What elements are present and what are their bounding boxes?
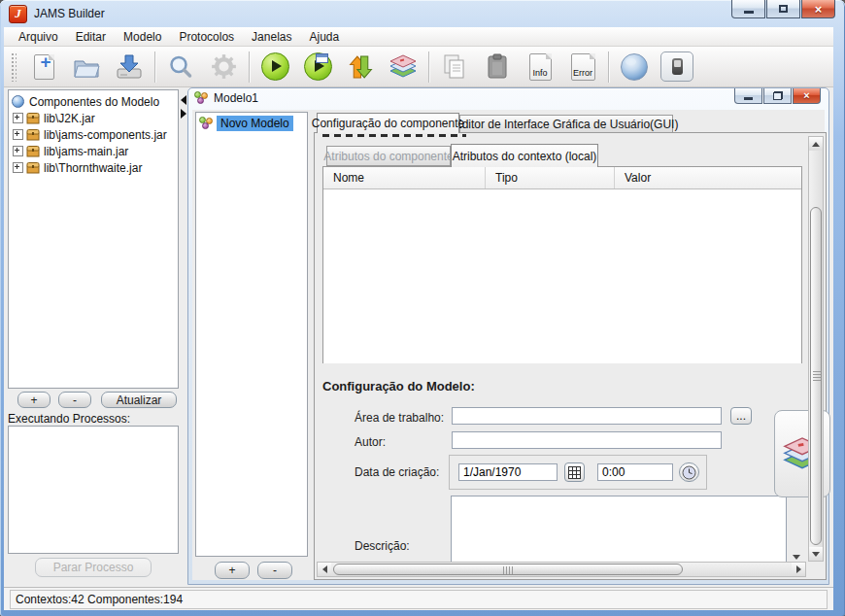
menu-modelo[interactable]: Modelo bbox=[115, 28, 170, 46]
run-model-gui-button[interactable] bbox=[296, 50, 339, 85]
tree-root-row[interactable]: Componentes do Modelo bbox=[9, 93, 178, 110]
author-input[interactable] bbox=[452, 431, 722, 449]
window-controls: × bbox=[731, 0, 835, 18]
model-tree-item[interactable]: Novo Modelo bbox=[196, 115, 307, 132]
date-input[interactable] bbox=[458, 463, 558, 481]
column-valor[interactable]: Valor bbox=[615, 167, 801, 188]
tab-component-config[interactable]: Configuração do componente bbox=[317, 113, 459, 133]
model-window-controls: × bbox=[734, 88, 821, 104]
description-textarea[interactable] bbox=[451, 496, 787, 563]
tree-item-label: lib\jams-components.jar bbox=[44, 128, 167, 142]
model-window-title: Modelo1 bbox=[214, 91, 258, 105]
attribute-table-body[interactable] bbox=[323, 189, 801, 363]
tab-context-attributes[interactable]: Atributos do contexto (local) bbox=[451, 144, 598, 167]
new-model-button[interactable]: + bbox=[22, 50, 65, 85]
tree-item-row[interactable]: lib\jams-components.jar bbox=[9, 126, 178, 143]
component-add-button[interactable]: + bbox=[17, 392, 51, 408]
window-title: JAMS Builder bbox=[34, 7, 105, 20]
web-button[interactable] bbox=[613, 50, 656, 85]
scroll-up-button[interactable] bbox=[809, 137, 823, 151]
menu-janelas[interactable]: Janelas bbox=[243, 28, 300, 46]
model-restore-button[interactable] bbox=[763, 88, 792, 104]
status-text: Contextos:42 Componentes:194 bbox=[16, 593, 183, 606]
browse-button[interactable]: ... bbox=[730, 407, 752, 425]
scroll-down-button[interactable] bbox=[809, 547, 823, 561]
status-bar: Contextos:42 Componentes:194 bbox=[4, 587, 833, 610]
search-icon bbox=[168, 54, 193, 80]
tab-gui-editor[interactable]: Editor de Interface Gráfica de Usuário(G… bbox=[459, 115, 673, 133]
jar-icon bbox=[26, 128, 40, 141]
maximize-icon bbox=[779, 5, 788, 13]
component-remove-button[interactable]: - bbox=[58, 392, 91, 408]
process-list[interactable] bbox=[8, 426, 179, 554]
tree-item-row[interactable]: lib\J2K.jar bbox=[9, 110, 178, 126]
open-model-button[interactable] bbox=[65, 50, 108, 85]
menu-bar: Arquivo Editar Modelo Protocolos Janelas… bbox=[4, 27, 833, 47]
maximize-button[interactable] bbox=[766, 0, 800, 18]
tree-item-row[interactable]: lib\jams-main.jar bbox=[9, 143, 178, 159]
scroll-down-icon[interactable] bbox=[793, 555, 800, 560]
menu-editar[interactable]: Editar bbox=[67, 28, 115, 46]
settings-button[interactable] bbox=[202, 50, 245, 85]
clock-button[interactable] bbox=[679, 462, 699, 482]
refresh-button[interactable]: Atualizar bbox=[101, 392, 177, 408]
expand-icon[interactable] bbox=[13, 113, 23, 123]
title-bar[interactable]: J JAMS Builder bbox=[0, 0, 845, 27]
minimize-button[interactable] bbox=[731, 0, 765, 18]
tree-item-row[interactable]: lib\Thornthwaite.jar bbox=[9, 159, 178, 176]
vertical-scrollbar[interactable] bbox=[808, 136, 824, 562]
restore-icon bbox=[773, 91, 783, 100]
run-gui-icon bbox=[304, 52, 332, 81]
scroll-up-icon bbox=[812, 142, 820, 147]
sphere-icon bbox=[12, 95, 24, 108]
horizontal-scroll-thumb[interactable] bbox=[333, 564, 683, 575]
time-input[interactable] bbox=[597, 463, 673, 481]
search-button[interactable] bbox=[159, 50, 202, 85]
scroll-left-button[interactable] bbox=[318, 563, 331, 576]
run-model-button[interactable] bbox=[254, 50, 296, 85]
save-model-button[interactable] bbox=[108, 50, 151, 85]
column-tipo[interactable]: Tipo bbox=[486, 167, 615, 188]
menu-ajuda[interactable]: Ajuda bbox=[300, 28, 348, 46]
menu-arquivo[interactable]: Arquivo bbox=[10, 28, 67, 46]
component-tree: Componentes do Modelo lib\J2K.jar lib\ja… bbox=[8, 89, 179, 389]
jams-builder-window: J JAMS Builder × Arquivo Editar Modelo P… bbox=[0, 0, 845, 616]
splitter-collapse-right-icon[interactable] bbox=[181, 109, 186, 119]
model-remove-button[interactable]: - bbox=[257, 562, 292, 579]
upload-download-button[interactable] bbox=[339, 50, 382, 85]
vertical-scroll-thumb[interactable] bbox=[810, 207, 822, 545]
paste-button[interactable] bbox=[476, 50, 519, 85]
model-add-button[interactable]: + bbox=[215, 562, 250, 579]
copy-button[interactable] bbox=[433, 50, 476, 85]
power-toggle-button[interactable] bbox=[656, 50, 698, 85]
horizontal-scrollbar[interactable] bbox=[317, 562, 806, 577]
creation-date-label: Data de criação: bbox=[355, 465, 439, 479]
scroll-right-button[interactable] bbox=[792, 563, 805, 576]
info-log-icon: Info bbox=[529, 53, 552, 81]
expand-icon[interactable] bbox=[13, 162, 23, 173]
model-close-button[interactable]: × bbox=[793, 88, 821, 104]
column-nome[interactable]: Nome bbox=[323, 167, 486, 188]
app-icon: J bbox=[9, 5, 27, 23]
calendar-button[interactable] bbox=[564, 462, 585, 482]
toolbar-drag-handle[interactable] bbox=[11, 52, 17, 82]
tab-component-attributes[interactable]: Atributos do componente bbox=[326, 146, 451, 166]
model-minimize-button[interactable] bbox=[734, 88, 762, 104]
stop-process-button[interactable]: Parar Processo bbox=[35, 558, 152, 577]
expand-icon[interactable] bbox=[13, 129, 23, 140]
paste-icon bbox=[485, 53, 510, 81]
model-window-title-bar[interactable]: Modelo1 bbox=[194, 91, 258, 105]
error-log-button[interactable]: Error bbox=[561, 50, 604, 85]
model-config-heading: Configuração do Modelo: bbox=[322, 379, 475, 394]
expand-icon[interactable] bbox=[13, 146, 23, 156]
workspace-input[interactable] bbox=[452, 407, 722, 425]
toolbar-separator bbox=[249, 51, 250, 83]
close-button[interactable]: × bbox=[801, 0, 835, 18]
author-label: Autor: bbox=[355, 435, 386, 449]
splitter-collapse-left-icon[interactable] bbox=[181, 95, 186, 105]
info-log-button[interactable]: Info bbox=[519, 50, 561, 85]
processes-label: Executando Processos: bbox=[8, 412, 130, 426]
layers-button[interactable] bbox=[382, 50, 424, 85]
menu-protocolos[interactable]: Protocolos bbox=[170, 28, 243, 46]
gear-icon bbox=[211, 53, 237, 80]
